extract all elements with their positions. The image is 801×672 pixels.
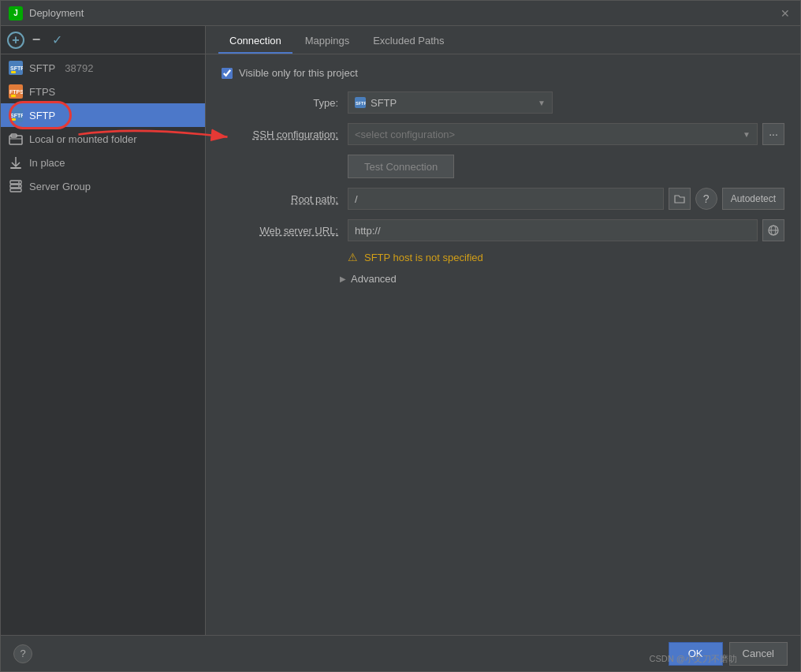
type-label: Type: [222,97,348,109]
web-server-url-input[interactable] [348,219,758,241]
root-path-folder-button[interactable] [669,188,691,210]
title-bar: J Deployment ✕ [1,1,800,26]
sidebar-item-inplace[interactable]: In place [1,151,205,174]
type-row: Type: SFTP SFTP ▼ [222,91,784,114]
right-panel: Connection Mappings Excluded Paths Visib… [206,26,800,635]
ssh-config-control-group: <select configuration> ▼ ··· [348,123,784,145]
test-connection-row: Test Connection [348,155,784,178]
deployment-dialog: J Deployment ✕ + − ✓ [0,0,801,672]
globe-icon [768,225,779,236]
remove-button[interactable]: − [28,32,45,49]
type-dropdown-arrow: ▼ [538,99,546,107]
type-control-group: SFTP SFTP ▼ [348,91,784,114]
watermark: CSDN @小文刀不磨叻 [650,653,737,665]
sftp2-icon: SFTP [9,108,23,122]
sidebar-toolbar: + − ✓ [1,26,205,54]
ssh-config-browse-button[interactable]: ··· [762,123,784,145]
web-server-url-label: Web server URL: [222,225,348,237]
root-path-control-group: ? Autodetect [348,188,784,210]
warning-row: ⚠ SFTP host is not specified [348,251,784,263]
svg-rect-5 [11,95,16,97]
ftps1-label: FTPS [29,86,55,98]
svg-rect-8 [11,118,16,121]
ftps-icon: FTPS [9,84,23,99]
sidebar: + − ✓ SFTP SFTP 38792 [1,26,206,635]
ssh-config-dropdown-arrow: ▼ [743,130,751,139]
panel-content: Visible only for this project Type: SFTP [206,54,800,635]
visible-only-row: Visible only for this project [222,67,784,79]
autodetect-button[interactable]: Autodetect [722,188,784,210]
confirm-button[interactable]: ✓ [48,32,65,49]
root-path-row: Root path: ? Autodetect [222,188,784,210]
advanced-row[interactable]: ▶ Advanced [340,273,784,285]
visible-only-label: Visible only for this project [239,67,358,79]
sftp-icon: SFTP [9,61,23,75]
title-bar-left: J Deployment [9,6,84,21]
root-path-help-button[interactable]: ? [695,188,717,210]
svg-point-16 [18,181,20,183]
dialog-title: Deployment [29,7,84,19]
advanced-arrow-icon: ▶ [340,274,346,283]
main-content: + − ✓ SFTP SFTP 38792 [1,26,800,635]
folder-icon [674,193,685,204]
sftp2-label: SFTP [29,110,55,121]
inplace-label: In place [29,157,65,169]
sidebar-item-local[interactable]: Local or mounted folder [1,127,205,151]
svg-point-17 [18,185,20,187]
app-icon: J [9,6,23,21]
visible-only-checkbox[interactable] [222,68,233,79]
svg-rect-15 [10,189,21,192]
bottom-left: ? [13,644,32,663]
tab-excluded-paths[interactable]: Excluded Paths [362,30,455,54]
svg-text:SFTP: SFTP [10,113,23,118]
root-path-label: Root path: [222,193,348,205]
help-button[interactable]: ? [13,644,32,663]
web-server-url-open-button[interactable] [762,219,784,241]
sidebar-item-ftps1[interactable]: FTPS FTPS [1,80,205,103]
svg-text:SFTP: SFTP [10,65,23,71]
add-button[interactable]: + [7,32,24,49]
local-label: Local or mounted folder [29,133,137,145]
svg-text:SFTP: SFTP [356,101,366,106]
ssh-config-row: SSH configuration: <select configuration… [222,123,784,145]
servergroup-icon [9,179,23,193]
warning-icon: ⚠ [348,251,358,263]
type-value: SFTP [371,97,397,109]
sidebar-list: SFTP SFTP 38792 FTPS [1,54,205,635]
ssh-config-label: SSH configuration: [222,129,348,140]
inplace-icon [9,155,23,170]
sidebar-item-sftp2[interactable]: SFTP SFTP [1,103,205,127]
sftp1-label: SFTP [29,62,55,74]
web-server-url-row: Web server URL: [222,219,784,241]
svg-rect-2 [11,71,16,73]
cancel-button[interactable]: Cancel [729,642,788,666]
ssh-config-select[interactable]: <select configuration> ▼ [348,123,758,145]
sidebar-item-sftp1[interactable]: SFTP SFTP 38792 [1,56,205,80]
local-icon [9,132,23,146]
tab-mappings[interactable]: Mappings [294,30,360,54]
sftp-select-icon: SFTP [355,97,366,108]
svg-rect-12 [10,167,21,169]
warning-text: SFTP host is not specified [364,252,483,263]
servergroup-label: Server Group [29,181,91,192]
sftp1-suffix: 38792 [65,62,93,74]
type-select[interactable]: SFTP SFTP ▼ [348,91,553,114]
tabs-bar: Connection Mappings Excluded Paths [206,26,800,54]
web-server-url-control-group [348,219,784,241]
add-circle-icon: + [7,32,24,49]
tab-connection[interactable]: Connection [218,30,292,54]
test-connection-button[interactable]: Test Connection [348,155,454,178]
root-path-input[interactable] [348,188,664,210]
ssh-config-placeholder: <select configuration> [355,129,455,140]
svg-text:FTPS: FTPS [9,89,23,95]
sidebar-item-servergroup[interactable]: Server Group [1,174,205,198]
close-button[interactable]: ✕ [778,6,792,21]
advanced-label: Advanced [351,273,397,285]
